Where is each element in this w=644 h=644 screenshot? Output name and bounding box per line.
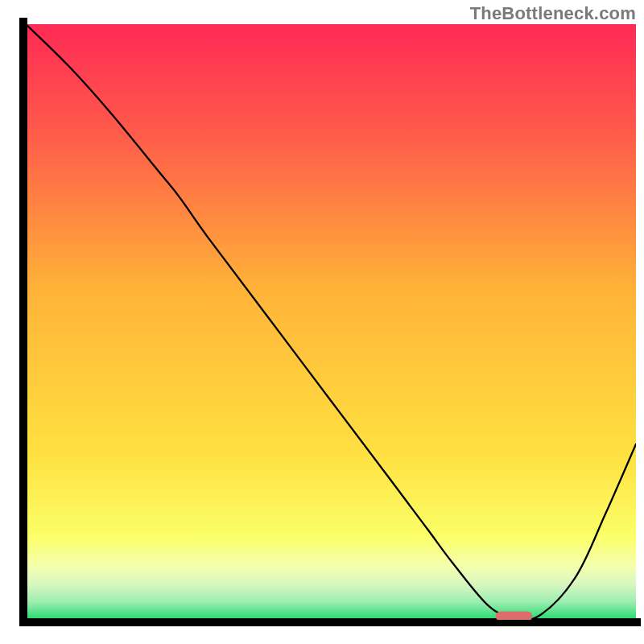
svg-rect-2: [19, 618, 641, 626]
svg-rect-1: [19, 18, 27, 626]
chart-svg: [0, 0, 644, 644]
plot-background: [26, 24, 636, 620]
minimum-marker: [496, 612, 533, 621]
bottleneck-chart: TheBottleneck.com: [0, 0, 644, 644]
